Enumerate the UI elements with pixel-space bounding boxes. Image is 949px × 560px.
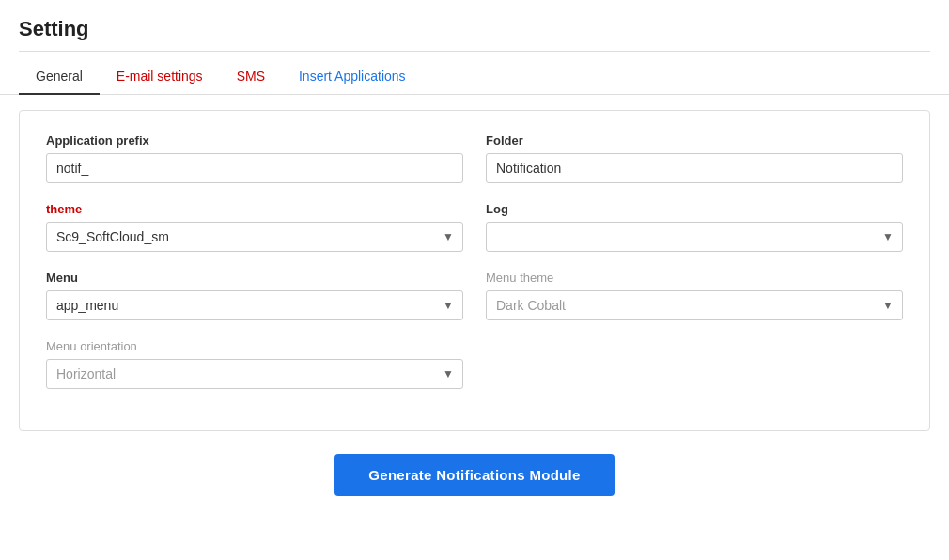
group-menu-orientation: Menu orientation Horizontal Vertical ▼ — [46, 339, 463, 389]
group-folder: Folder — [486, 133, 903, 183]
row-menu-orientation: Menu orientation Horizontal Vertical ▼ — [46, 339, 903, 389]
group-menu: Menu app_menu main_menu ▼ — [46, 271, 463, 320]
label-menu: Menu — [46, 271, 463, 285]
label-folder: Folder — [486, 133, 903, 148]
input-application-prefix[interactable] — [46, 153, 463, 183]
label-log: Log — [486, 202, 903, 216]
select-wrapper-theme: Sc9_SoftCloud_sm Default Dark ▼ — [46, 222, 463, 252]
row-theme-log: theme Sc9_SoftCloud_sm Default Dark ▼ Lo… — [46, 202, 903, 252]
tab-sms[interactable]: SMS — [220, 59, 282, 95]
tab-email[interactable]: E-mail settings — [100, 59, 220, 95]
select-log[interactable]: Option1 Option2 — [486, 222, 903, 252]
page-title: Setting — [19, 17, 930, 41]
generate-button[interactable]: Generate Notifications Module — [334, 454, 614, 496]
group-theme: theme Sc9_SoftCloud_sm Default Dark ▼ — [46, 202, 463, 252]
label-menu-orientation: Menu orientation — [46, 339, 463, 353]
row-menu-menutheme: Menu app_menu main_menu ▼ Menu theme Dar… — [46, 271, 903, 320]
tab-insert[interactable]: Insert Applications — [282, 59, 423, 95]
row-prefix-folder: Application prefix Folder — [46, 133, 903, 183]
group-log: Log Option1 Option2 ▼ — [486, 202, 903, 252]
tab-general[interactable]: General — [19, 59, 100, 95]
select-theme[interactable]: Sc9_SoftCloud_sm Default Dark — [46, 222, 463, 252]
label-menu-theme: Menu theme — [486, 271, 903, 285]
select-wrapper-menu-theme: Dark Cobalt Light Blue ▼ — [486, 290, 903, 320]
group-application-prefix: Application prefix — [46, 133, 463, 183]
tabs-bar: General E-mail settings SMS Insert Appli… — [0, 59, 949, 95]
label-theme: theme — [46, 202, 463, 216]
select-wrapper-menu-orientation: Horizontal Vertical ▼ — [46, 359, 463, 389]
header-divider — [19, 51, 930, 52]
select-menu-theme[interactable]: Dark Cobalt Light Blue — [486, 290, 903, 320]
input-folder[interactable] — [486, 153, 903, 183]
select-wrapper-menu: app_menu main_menu ▼ — [46, 290, 463, 320]
label-application-prefix: Application prefix — [46, 133, 463, 148]
group-menu-theme: Menu theme Dark Cobalt Light Blue ▼ — [486, 271, 903, 320]
select-wrapper-log: Option1 Option2 ▼ — [486, 222, 903, 252]
page-header: Setting — [0, 0, 949, 51]
select-menu[interactable]: app_menu main_menu — [46, 290, 463, 320]
select-menu-orientation[interactable]: Horizontal Vertical — [46, 359, 463, 389]
group-placeholder-empty — [486, 339, 903, 389]
content-panel: Application prefix Folder theme Sc9_Soft… — [19, 110, 930, 431]
